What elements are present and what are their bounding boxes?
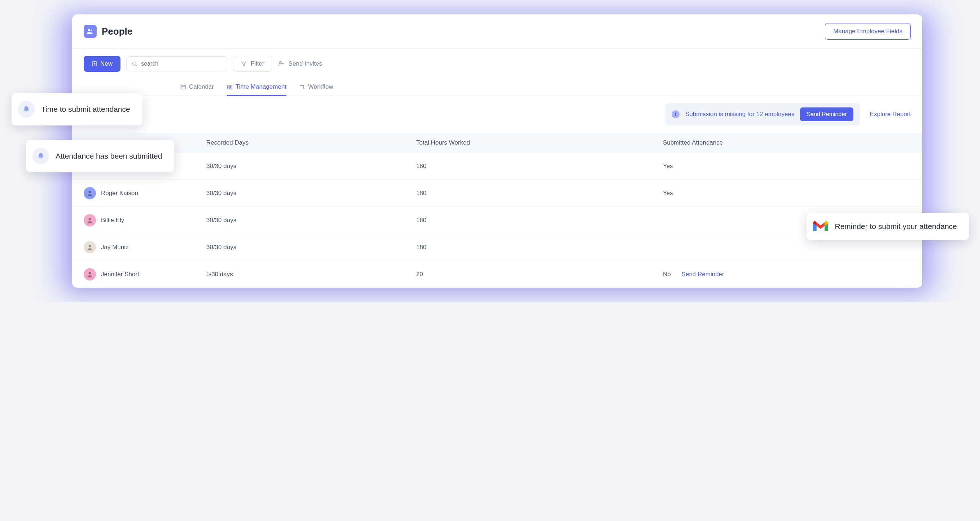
cell-submitted: Yes: [651, 180, 922, 207]
svg-rect-5: [181, 85, 185, 89]
cell-recorded: 30/30 days: [195, 180, 405, 207]
cell-hours: 180: [405, 153, 651, 180]
svg-point-1: [91, 30, 92, 31]
col-submitted: Submitted Attendance: [651, 133, 922, 153]
explore-report-link[interactable]: Explore Report: [870, 111, 911, 118]
tab-label: Workflow: [308, 83, 333, 91]
tab-label: Calendar: [189, 83, 214, 91]
cell-hours: 180: [405, 180, 651, 207]
cell-hours: 180: [405, 234, 651, 261]
tab-workflow[interactable]: Workflow: [299, 79, 333, 96]
bell-icon: [32, 148, 49, 164]
alert-message: Submission is missing for 12 employees: [685, 111, 794, 118]
svg-point-13: [89, 245, 91, 247]
table-row: Billie Ely30/30 days180: [72, 207, 922, 234]
cell-hours: 180: [405, 207, 651, 234]
alert-icon: !: [671, 110, 679, 118]
bell-icon: [18, 101, 35, 118]
people-icon: [84, 25, 97, 38]
send-invites-link[interactable]: Send Invites: [278, 60, 323, 67]
svg-point-11: [89, 191, 91, 193]
table-row: Roger Kaison30/30 days180Yes: [72, 180, 922, 207]
table-row: Jay Muniz30/30 days180: [72, 234, 922, 261]
calendar-icon: [180, 84, 186, 90]
attendance-table: Recorded Days Total Hours Worked Submitt…: [72, 133, 922, 288]
filter-label: Filter: [251, 60, 264, 67]
send-invites-icon: [278, 60, 285, 67]
avatar: [84, 268, 96, 281]
new-button[interactable]: New: [84, 56, 121, 72]
send-reminder-link[interactable]: Send Reminder: [682, 271, 724, 278]
new-button-label: New: [100, 60, 113, 67]
employee-name: Roger Kaison: [101, 190, 138, 197]
toast-reminder-email: Reminder to submit your attendance: [807, 213, 969, 240]
search-input[interactable]: [141, 60, 222, 67]
svg-point-3: [133, 62, 136, 65]
cell-recorded: 30/30 days: [195, 153, 405, 180]
employee-name: Billie Ely: [101, 217, 124, 224]
filter-button[interactable]: Filter: [233, 56, 272, 72]
employee-name: Jennifer Short: [101, 271, 139, 278]
toast-text: Attendance has been submitted: [56, 152, 162, 160]
svg-point-9: [303, 88, 304, 89]
cell-recorded: 5/30 days: [195, 261, 405, 288]
page-title: People: [102, 26, 132, 37]
send-invites-label: Send Invites: [288, 60, 323, 67]
tabs: Calendar Time Management Workflow: [72, 79, 922, 96]
toolbar: New Filter Send Invites: [72, 49, 922, 79]
svg-point-12: [89, 218, 91, 220]
avatar: [84, 187, 96, 199]
gmail-icon: [813, 221, 828, 232]
toast-attendance-submitted: Attendance has been submitted: [26, 140, 174, 172]
filter-icon: [240, 60, 247, 67]
employee-name: Jay Muniz: [101, 244, 129, 251]
alert-row: ! Submission is missing for 12 employees…: [72, 96, 922, 133]
alert-banner: ! Submission is missing for 12 employees…: [665, 103, 860, 125]
manage-fields-button[interactable]: Manage Employee Fields: [825, 23, 911, 40]
svg-point-0: [88, 29, 90, 31]
table-row: Jennifer Short5/30 days20NoSend Reminder: [72, 261, 922, 288]
search-icon: [132, 60, 137, 67]
toast-text: Time to submit attendance: [41, 105, 130, 114]
cell-recorded: 30/30 days: [195, 207, 405, 234]
tab-label: Time Management: [235, 83, 286, 91]
toast-submit-attendance: Time to submit attendance: [11, 93, 143, 125]
cell-recorded: 30/30 days: [195, 234, 405, 261]
col-hours: Total Hours Worked: [405, 133, 651, 153]
col-recorded: Recorded Days: [195, 133, 405, 153]
workflow-icon: [299, 84, 305, 90]
avatar: [84, 241, 96, 254]
avatar: [84, 214, 96, 226]
svg-point-4: [279, 62, 282, 64]
tab-calendar[interactable]: Calendar: [180, 79, 214, 96]
send-reminder-button[interactable]: Send Reminder: [800, 108, 853, 121]
toast-text: Reminder to submit your attendance: [835, 222, 957, 231]
main-card: People Manage Employee Fields New Filter…: [72, 14, 922, 288]
tab-time-management[interactable]: Time Management: [227, 79, 286, 96]
cell-submitted: NoSend Reminder: [651, 261, 922, 288]
cell-submitted: Yes: [651, 153, 922, 180]
svg-point-14: [89, 272, 91, 275]
time-icon: [227, 84, 233, 90]
svg-point-8: [301, 85, 302, 86]
table-row: 30/30 days180Yes: [72, 153, 922, 180]
search-input-wrap[interactable]: [126, 56, 227, 71]
cell-hours: 20: [405, 261, 651, 288]
header: People Manage Employee Fields: [72, 14, 922, 49]
